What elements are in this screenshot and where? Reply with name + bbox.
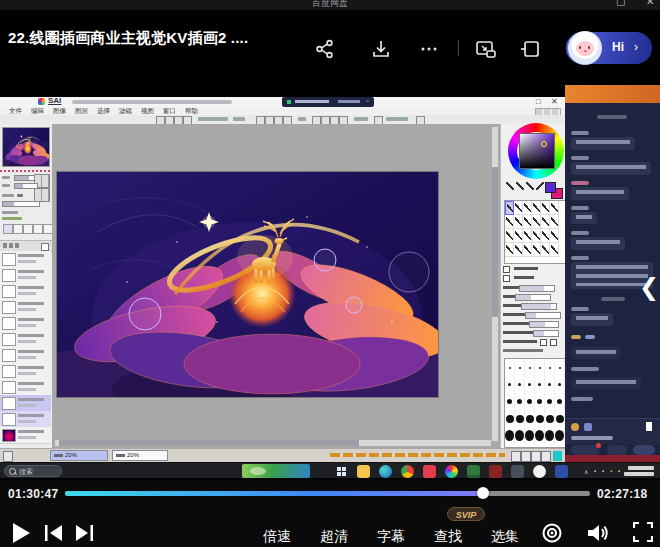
chat-date-stamp	[597, 115, 627, 119]
playback-speed-button[interactable]: 倍速	[263, 528, 291, 546]
tray-chevron-icon: ∧	[584, 468, 588, 475]
search-icon	[9, 468, 16, 475]
artwork-deer-lotus-illustration	[57, 172, 438, 397]
svip-badge: SVIP	[447, 507, 485, 521]
overlay-status-badge: ⌄	[282, 97, 374, 107]
layer-row	[0, 315, 51, 332]
taskbar-search: 搜索	[4, 465, 62, 477]
account-avatar-pill[interactable]: Hi ›	[566, 32, 652, 64]
player-header: 22.线圈插画商业主视觉KV插画2 ....	[0, 10, 660, 66]
layer-row	[0, 427, 51, 444]
fullscreen-button[interactable]	[633, 522, 653, 542]
recorded-taskbar: 搜索 ∧ ▪ ▪ ▪ ▪	[0, 462, 660, 478]
sai-app-window: SAI ⌄ □ ✕ 文件 编辑 图像 图层 选择 滤镜 视图 窗口 帮助	[0, 97, 565, 462]
chat-collapse-icon[interactable]: ❮	[639, 275, 659, 299]
chat-message	[571, 137, 635, 150]
chat-message	[571, 313, 613, 326]
sai-status-bar: 20% 20%	[0, 448, 565, 463]
progress-knob[interactable]	[477, 487, 489, 499]
start-button-icon	[335, 465, 348, 478]
notification-dot	[596, 443, 601, 448]
chevron-down-icon: ⌄	[364, 96, 370, 104]
color-picker-square	[519, 133, 555, 169]
baidu-netdisk-player-window: 百度网盘 ▢ ✕ 22.线圈插画商业主视觉KV插画2 ....	[0, 0, 660, 547]
chat-message	[571, 237, 625, 250]
sai-menu-window: 窗口	[163, 107, 176, 115]
document-tab-active: 20%	[50, 450, 108, 461]
red-app-icon	[423, 465, 436, 478]
canvas-vertical-scrollbar	[491, 126, 499, 442]
chat-caret	[646, 422, 652, 431]
edge-browser-icon	[379, 465, 392, 478]
chat-panel-header	[565, 85, 660, 103]
progress-fill	[65, 491, 483, 496]
volume-button[interactable]	[586, 522, 610, 544]
sai-canvas-area	[52, 124, 500, 448]
tray-icon: ▪	[618, 468, 620, 474]
current-time: 01:30:47	[8, 487, 58, 501]
brush-tool-grid	[504, 200, 566, 264]
picture-in-picture-button[interactable]	[474, 38, 496, 60]
file-explorer-icon	[357, 465, 370, 478]
tray-icon: ▪	[594, 468, 596, 474]
chat-message	[571, 347, 621, 359]
chevron-right-icon: ›	[634, 40, 638, 54]
gray-app-icon	[511, 465, 524, 478]
window-close-icon[interactable]: ✕	[646, 0, 654, 7]
clock-app-icon	[533, 465, 546, 478]
video-frame[interactable]: SAI ⌄ □ ✕ 文件 编辑 图像 图层 选择 滤镜 视图 窗口 帮助	[0, 85, 660, 478]
sai-menu-filter: 滤镜	[119, 107, 132, 115]
sai-maximize-icon: □	[536, 97, 541, 106]
chrome-browser-icon	[401, 465, 414, 478]
chat-input-text	[571, 436, 613, 440]
chat-send-button	[571, 445, 599, 455]
darkred-app-icon	[489, 465, 502, 478]
sai-menu-layer: 图层	[75, 107, 88, 115]
settings-button[interactable]	[541, 522, 563, 544]
layer-row	[0, 267, 51, 284]
mini-player-icon	[518, 38, 542, 60]
status-color-chip	[553, 451, 562, 461]
color-wheel-app-icon	[445, 465, 458, 478]
chat-message	[571, 162, 651, 175]
primary-color-swatch	[545, 182, 556, 193]
progress-bar[interactable]	[65, 491, 590, 496]
chat-input-toolbar	[565, 418, 660, 444]
subtitles-button[interactable]: 字幕	[377, 528, 405, 546]
sai-menu-file: 文件	[9, 107, 22, 115]
sai-app-name: SAI	[48, 96, 61, 105]
window-maximize-icon[interactable]: ▢	[616, 0, 625, 7]
find-button[interactable]: 查找	[434, 528, 462, 546]
next-episode-button[interactable]	[76, 525, 93, 541]
quality-button[interactable]: 超清	[320, 528, 348, 546]
chat-bottom-strip	[565, 455, 660, 462]
emoji-icon	[571, 423, 579, 431]
layer-row	[0, 411, 51, 428]
brush-size-grid	[504, 358, 566, 448]
episodes-button[interactable]: 选集	[491, 528, 519, 546]
sai-logo-icon	[38, 98, 45, 105]
chat-message	[571, 212, 597, 224]
layer-row	[0, 299, 51, 316]
picture-in-picture-icon	[474, 38, 498, 60]
sai-close-icon: ✕	[551, 97, 558, 106]
layer-row	[0, 331, 51, 348]
document-tab: 20%	[112, 450, 168, 461]
mascot-face	[576, 41, 594, 56]
zoom-level: 20%	[65, 452, 77, 458]
play-button[interactable]	[12, 522, 32, 544]
taskbar-weather-widget	[242, 464, 310, 478]
share-button[interactable]	[314, 38, 336, 60]
blue-p-app-icon	[555, 465, 568, 478]
player-controls: 01:30:47 02:27:18 倍速 超清 字幕 SVIP 查找 选集	[0, 480, 660, 547]
mini-player-button[interactable]	[518, 38, 540, 60]
download-icon	[370, 38, 392, 60]
download-button[interactable]	[370, 38, 392, 60]
chat-message	[571, 187, 629, 200]
more-button[interactable]	[418, 38, 440, 60]
sai-right-panel	[500, 124, 566, 448]
sai-menu-image: 图像	[53, 107, 66, 115]
window-title: 百度网盘	[0, 0, 660, 10]
layer-row	[0, 347, 51, 364]
previous-episode-button[interactable]	[45, 525, 62, 541]
